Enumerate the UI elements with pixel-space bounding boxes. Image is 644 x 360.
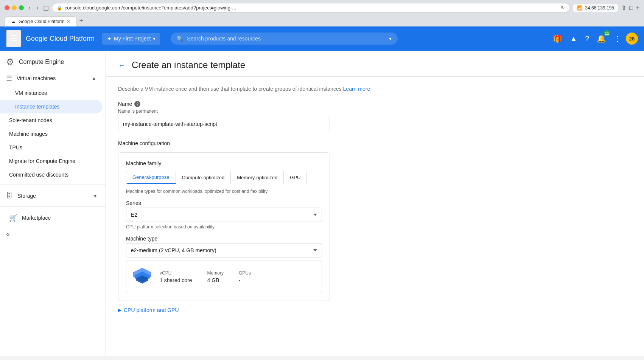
sidebar-item-sole-tenant[interactable]: Sole-tenant nodes	[0, 113, 103, 127]
sidebar-section-header: ⚙ Compute Engine	[0, 51, 106, 70]
sidebar-item-machine-images[interactable]: Machine images	[0, 127, 103, 141]
help-icon-button[interactable]: ?	[582, 31, 592, 46]
content-wrap: ⚙ Compute Engine ☰ Virtual machines ▲ VM…	[0, 51, 644, 356]
learn-more-link[interactable]: Learn more	[343, 86, 370, 92]
machine-config-section: Machine configuration Machine family Gen…	[118, 140, 632, 301]
tab-description: Machine types for common workloads, opti…	[126, 189, 322, 194]
sidebar-committed-label: Committed use discounts	[9, 172, 68, 178]
project-selector[interactable]: ✦ My First Project ▾	[102, 33, 160, 45]
share-button[interactable]: ⇧	[621, 4, 626, 11]
browser-chrome: ‹ › ◫ 🔒 console.cloud.google.com/compute…	[0, 0, 644, 26]
sidebar-item-tpus[interactable]: TPUs	[0, 141, 103, 154]
reload-button[interactable]: ↻	[561, 5, 565, 11]
ssl-lock-icon: 🔒	[57, 5, 62, 11]
name-input[interactable]	[118, 117, 330, 131]
vcpu-spec: vCPU 1 shared core	[160, 270, 192, 283]
avatar-label: 28	[629, 36, 635, 42]
sidebar-instance-templates-label: Instance templates	[15, 104, 60, 110]
gpu-value: -	[239, 277, 251, 283]
sidebar-section-title: Compute Engine	[19, 59, 64, 65]
terminal-icon-button[interactable]: ▲	[567, 31, 580, 46]
expand-chevron-icon: ▶	[118, 307, 121, 313]
sidebar-item-committed[interactable]: Committed use discounts	[0, 168, 103, 182]
address-bar-text: console.cloud.google.com/compute/instanc…	[65, 5, 559, 11]
search-input[interactable]	[187, 36, 385, 42]
sidebar-vm-instances-label: VM instances	[15, 90, 47, 96]
back-nav-button[interactable]: ‹	[27, 4, 32, 12]
tab-gpu[interactable]: GPU	[284, 171, 306, 184]
tab-general-purpose[interactable]: General-purpose	[126, 171, 176, 184]
maximize-window-button[interactable]	[19, 5, 24, 10]
more-options-button[interactable]: ⋮	[611, 31, 624, 46]
sidebar-machine-images-label: Machine images	[9, 131, 48, 137]
traffic-lights	[5, 5, 24, 10]
minimize-window-button[interactable]	[12, 5, 17, 10]
series-select[interactable]: E2 N1 N2 N2D	[126, 208, 322, 222]
search-icon: 🔍	[177, 36, 183, 42]
storage-icon: 🗄	[6, 192, 13, 200]
machine-specs: vCPU 1 shared core Memory 4 GB GPUs -	[160, 270, 251, 283]
vcpu-label: vCPU	[160, 270, 192, 276]
project-chevron-icon: ▾	[153, 36, 156, 42]
name-label-text: Name	[118, 101, 132, 107]
topnav-actions: 🎁 ▲ ? 🔔 11 ⋮ 28	[550, 31, 638, 46]
page-title: Create an instance template	[132, 60, 245, 70]
gpu-label: GPUs	[239, 270, 251, 276]
ip-badge: 📶 34.66.139.195	[573, 4, 618, 12]
close-window-button[interactable]	[5, 5, 9, 10]
sidebar-toggle-button[interactable]: ◫	[43, 4, 49, 11]
gpu-spec: GPUs -	[239, 270, 251, 283]
user-avatar[interactable]: 28	[626, 33, 638, 45]
fullscreen-button[interactable]: □	[629, 5, 633, 11]
sidebar-divider	[0, 185, 106, 185]
tab-memory-optimized[interactable]: Memory-optimized	[231, 171, 284, 184]
machine-config-box: Machine family General-purpose Compute-o…	[118, 152, 330, 301]
name-label: Name ?	[118, 101, 632, 107]
compute-engine-icon: ⚙	[6, 57, 14, 67]
series-label: Series	[126, 200, 322, 206]
active-tab[interactable]: ☁ Google Cloud Platform ✕	[5, 16, 77, 26]
page-header: ← Create an instance template	[106, 51, 644, 77]
forward-nav-button[interactable]: ›	[35, 4, 40, 12]
main-content: ← Create an instance template Describe a…	[106, 51, 644, 356]
new-tab-button[interactable]: +	[636, 5, 639, 11]
sidebar-marketplace-label: Marketplace	[22, 215, 51, 221]
machine-type-select[interactable]: e2-medium (2 vCPU, 4 GB memory) e2-small…	[126, 243, 322, 258]
sidebar-item-storage[interactable]: 🗄 Storage ▾	[0, 188, 103, 203]
cpu-platform-expand[interactable]: ▶ CPU platform and GPU	[118, 307, 632, 313]
memory-value: 4 GB	[207, 277, 224, 283]
search-bar[interactable]: 🔍 ▾	[171, 33, 398, 45]
browser-actions: ⇧ □ +	[621, 4, 639, 11]
notification-count: 11	[604, 30, 610, 36]
tab-favicon: ☁	[11, 19, 16, 24]
sidebar-item-virtual-machines[interactable]: ☰ Virtual machines ▲	[0, 70, 103, 86]
expand-label: CPU platform and GPU	[124, 307, 179, 313]
notification-badge[interactable]: 🔔 11	[594, 31, 609, 46]
cpu-desc: CPU platform selection based on availabi…	[126, 224, 322, 230]
name-help-icon[interactable]: ?	[134, 101, 140, 107]
new-tab-plus-button[interactable]: +	[78, 16, 85, 26]
ip-address: 34.66.139.195	[585, 5, 614, 11]
sidebar-migrate-label: Migrate for Compute Engine	[9, 158, 75, 164]
vm-chevron-icon: ▲	[91, 75, 96, 81]
sidebar-item-instance-templates[interactable]: Instance templates	[0, 100, 103, 113]
sidebar-item-marketplace[interactable]: 🛒 Marketplace	[0, 210, 103, 226]
tab-bar: ☁ Google Cloud Platform ✕ +	[5, 16, 639, 26]
tab-compute-optimized[interactable]: Compute-optimized	[176, 171, 231, 184]
sidebar-item-vm-instances[interactable]: VM instances	[0, 86, 103, 100]
app-logo: Google Cloud Platform	[26, 35, 95, 43]
sidebar-collapse-button[interactable]: «	[0, 226, 106, 243]
sidebar-divider-2	[0, 206, 106, 207]
sidebar-storage-label: Storage	[17, 193, 36, 199]
app: ☰ Google Cloud Platform ✦ My First Proje…	[0, 26, 644, 356]
back-button[interactable]: ←	[118, 61, 126, 70]
gift-icon-button[interactable]: 🎁	[550, 31, 565, 46]
tab-title: Google Cloud Platform	[19, 19, 64, 24]
tab-close-button[interactable]: ✕	[67, 19, 70, 24]
hamburger-menu-button[interactable]: ☰	[6, 30, 21, 47]
sidebar-item-vm-left: ☰ Virtual machines	[6, 74, 56, 82]
back-arrow-icon: ←	[118, 61, 126, 70]
sidebar-item-migrate[interactable]: Migrate for Compute Engine	[0, 154, 103, 168]
machine-info-box: vCPU 1 shared core Memory 4 GB GPUs -	[126, 261, 322, 293]
address-bar[interactable]: 🔒 console.cloud.google.com/compute/insta…	[52, 3, 570, 12]
